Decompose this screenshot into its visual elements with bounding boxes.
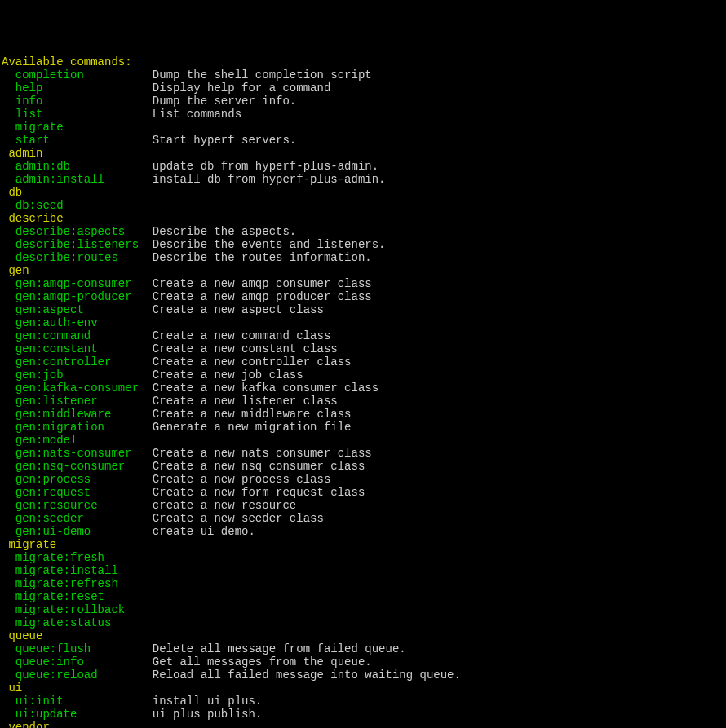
command-row: gen:kafka-consumer Create a new kafka co…: [2, 382, 724, 395]
command-description: Create a new form request class: [153, 486, 365, 499]
command-name: describe:aspects: [2, 225, 153, 238]
command-name: gen:constant: [2, 342, 153, 355]
command-description: Describe the routes information.: [153, 251, 372, 264]
terminal-output: Available commands: completion Dump the …: [2, 55, 724, 728]
command-row: gen:process Create a new process class: [2, 473, 724, 486]
command-name: queue:flush: [2, 642, 153, 655]
command-row: admin:install install db from hyperf-plu…: [2, 173, 724, 186]
command-name: gen:command: [2, 329, 153, 342]
command-description: install ui plus.: [153, 695, 262, 708]
command-description: Create a new process class: [153, 473, 330, 486]
command-name: admin:install: [2, 173, 153, 186]
command-name: describe:routes: [2, 251, 153, 264]
command-name: help: [2, 82, 153, 95]
command-description: Create a new controller class: [153, 355, 352, 368]
command-row: queue:info Get all messages from the que…: [2, 655, 724, 668]
command-name: gen:controller: [2, 355, 153, 368]
section-header-gen: gen: [2, 264, 724, 277]
section-header-vendor: vendor: [2, 721, 724, 728]
command-row: list List commands: [2, 108, 724, 121]
command-description: Get all messages from the queue.: [153, 655, 372, 668]
command-row: admin:db update db from hyperf-plus-admi…: [2, 160, 724, 173]
command-row: help Display help for a command: [2, 82, 724, 95]
command-row: queue:reload Reload all failed message i…: [2, 668, 724, 682]
command-name: gen:process: [2, 473, 153, 486]
command-description: Dump the shell completion script: [153, 68, 372, 82]
command-name: gen:amqp-producer: [2, 290, 153, 303]
command-description: List commands: [153, 108, 241, 121]
command-row: migrate:install: [2, 564, 724, 577]
command-name: migrate: [2, 121, 153, 134]
command-row: gen:command Create a new command class: [2, 329, 724, 342]
command-row: gen:request Create a new form request cl…: [2, 486, 724, 499]
command-row: gen:amqp-producer Create a new amqp prod…: [2, 290, 724, 303]
command-name: db:seed: [2, 199, 153, 212]
command-description: install db from hyperf-plus-admin.: [153, 173, 386, 186]
command-row: gen:resource create a new resource: [2, 499, 724, 512]
command-row: gen:auth-env: [2, 316, 724, 329]
section-header-migrate: migrate: [2, 538, 724, 551]
command-description: Create a new job class: [153, 368, 303, 382]
command-row: describe:listeners Describe the events a…: [2, 238, 724, 251]
command-name: gen:job: [2, 368, 153, 382]
command-description: Create a new aspect class: [153, 303, 324, 316]
command-row: migrate:reset: [2, 590, 724, 603]
command-row: gen:controller Create a new controller c…: [2, 355, 724, 368]
command-row: gen:listener Create a new listener class: [2, 395, 724, 408]
command-description: Create a new listener class: [153, 395, 338, 408]
command-name: migrate:refresh: [2, 577, 153, 590]
command-description: Reload all failed message into waiting q…: [153, 668, 461, 682]
command-name: gen:kafka-consumer: [2, 382, 153, 395]
command-name: gen:migration: [2, 421, 153, 434]
command-name: gen:nsq-consumer: [2, 460, 153, 473]
command-row: gen:amqp-consumer Create a new amqp cons…: [2, 277, 724, 290]
command-description: Describe the aspects.: [153, 225, 296, 238]
command-name: gen:nats-consumer: [2, 447, 153, 460]
command-row: info Dump the server info.: [2, 95, 724, 108]
command-row: gen:constant Create a new constant class: [2, 342, 724, 355]
command-name: gen:middleware: [2, 408, 153, 421]
command-row: gen:nsq-consumer Create a new nsq consum…: [2, 460, 724, 473]
command-name: ui:update: [2, 708, 153, 721]
command-row: gen:middleware Create a new middleware c…: [2, 408, 724, 421]
command-row: start Start hyperf servers.: [2, 134, 724, 147]
command-row: describe:routes Describe the routes info…: [2, 251, 724, 264]
command-description: Create a new command class: [153, 329, 330, 342]
command-name: completion: [2, 68, 153, 82]
command-name: gen:seeder: [2, 512, 153, 525]
command-name: queue:info: [2, 655, 153, 668]
command-description: ui plus publish.: [153, 708, 262, 721]
command-row: gen:model: [2, 434, 724, 447]
command-name: migrate:rollback: [2, 603, 153, 616]
command-name: admin:db: [2, 160, 153, 173]
commands-header: Available commands:: [2, 55, 724, 68]
command-name: gen:auth-env: [2, 316, 153, 329]
command-row: gen:nats-consumer Create a new nats cons…: [2, 447, 724, 460]
command-description: Display help for a command: [153, 82, 330, 95]
command-row: migrate:status: [2, 616, 724, 629]
section-header-describe: describe: [2, 212, 724, 225]
command-row: queue:flush Delete all message from fail…: [2, 642, 724, 655]
command-name: gen:listener: [2, 395, 153, 408]
command-description: Create a new amqp consumer class: [153, 277, 372, 290]
command-description: Dump the server info.: [153, 95, 296, 108]
command-row: db:seed: [2, 199, 724, 212]
command-name: start: [2, 134, 153, 147]
command-row: gen:aspect Create a new aspect class: [2, 303, 724, 316]
command-row: ui:init install ui plus.: [2, 695, 724, 708]
command-name: gen:amqp-consumer: [2, 277, 153, 290]
command-description: Create a new seeder class: [153, 512, 324, 525]
command-name: gen:resource: [2, 499, 153, 512]
command-name: migrate:reset: [2, 590, 153, 603]
command-description: Create a new nats consumer class: [153, 447, 372, 460]
command-row: completion Dump the shell completion scr…: [2, 68, 724, 82]
command-row: migrate:refresh: [2, 577, 724, 590]
command-row: gen:seeder Create a new seeder class: [2, 512, 724, 525]
command-name: describe:listeners: [2, 238, 153, 251]
command-name: migrate:status: [2, 616, 153, 629]
command-description: Create a new middleware class: [153, 408, 352, 421]
command-name: migrate:fresh: [2, 551, 153, 564]
command-row: gen:ui-demo create ui demo.: [2, 525, 724, 538]
command-description: Describe the events and listeners.: [153, 238, 386, 251]
command-name: gen:aspect: [2, 303, 153, 316]
